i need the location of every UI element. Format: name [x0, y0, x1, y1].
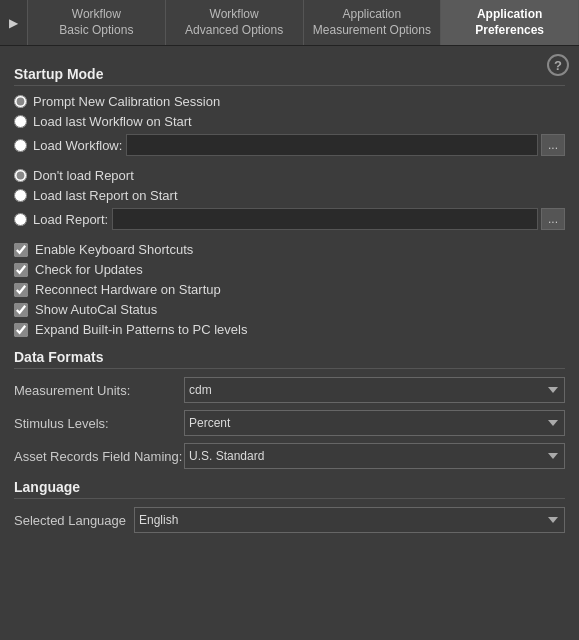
language-row: Selected Language English French German …	[14, 507, 565, 533]
chk-expand-patterns-label[interactable]: Expand Built-in Patterns to PC levels	[35, 322, 247, 337]
browse-workflow-button[interactable]: ...	[541, 134, 565, 156]
radio-load-report-row: Load Report: ...	[14, 208, 565, 230]
content-area: Startup Mode Prompt New Calibration Sess…	[0, 46, 579, 640]
arrow-icon: ▶	[9, 16, 18, 30]
tab-app-preferences[interactable]: Application Preferences	[441, 0, 579, 45]
stimulus-levels-label: Stimulus Levels:	[14, 416, 184, 431]
chk-keyboard-label[interactable]: Enable Keyboard Shortcuts	[35, 242, 193, 257]
tab-app-preferences-label: Application Preferences	[475, 7, 544, 38]
radio-load-last-workflow[interactable]	[14, 115, 27, 128]
radio-load-workflow-label[interactable]: Load Workflow:	[33, 138, 122, 153]
report-radio-group: Don't load Report Load last Report on St…	[14, 168, 565, 230]
startup-mode-radio-group: Prompt New Calibration Session Load last…	[14, 94, 565, 156]
radio-load-last-report-row: Load last Report on Start	[14, 188, 565, 203]
radio-prompt-label[interactable]: Prompt New Calibration Session	[33, 94, 220, 109]
chk-autocal-row: Show AutoCal Status	[14, 302, 565, 317]
language-heading: Language	[14, 479, 565, 499]
help-button[interactable]: ?	[547, 54, 569, 76]
load-report-input[interactable]	[112, 208, 538, 230]
radio-load-last-workflow-row: Load last Workflow on Start	[14, 114, 565, 129]
tab-workflow-basic-label: Workflow Basic Options	[59, 7, 133, 38]
help-icon: ?	[554, 58, 562, 73]
chk-expand-patterns-row: Expand Built-in Patterns to PC levels	[14, 322, 565, 337]
asset-records-label: Asset Records Field Naming:	[14, 449, 184, 464]
chk-keyboard[interactable]	[14, 243, 28, 257]
checkbox-group: Enable Keyboard Shortcuts Check for Upda…	[14, 242, 565, 337]
radio-prompt-row: Prompt New Calibration Session	[14, 94, 565, 109]
measurement-units-label: Measurement Units:	[14, 383, 184, 398]
measurement-units-row: Measurement Units: cdm fL nit	[14, 377, 565, 403]
radio-load-last-report[interactable]	[14, 189, 27, 202]
browse-report-button[interactable]: ...	[541, 208, 565, 230]
radio-load-last-report-label[interactable]: Load last Report on Start	[33, 188, 178, 203]
chk-reconnect-row: Reconnect Hardware on Startup	[14, 282, 565, 297]
tab-app-measurement[interactable]: Application Measurement Options	[304, 0, 442, 45]
stimulus-levels-select[interactable]: Percent 8-bit 10-bit	[184, 410, 565, 436]
load-workflow-input[interactable]	[126, 134, 538, 156]
chk-reconnect-label[interactable]: Reconnect Hardware on Startup	[35, 282, 221, 297]
chk-updates-label[interactable]: Check for Updates	[35, 262, 143, 277]
radio-load-report-label[interactable]: Load Report:	[33, 212, 108, 227]
tab-workflow-basic[interactable]: Workflow Basic Options	[28, 0, 166, 45]
language-select[interactable]: English French German Spanish Japanese C…	[134, 507, 565, 533]
chk-autocal[interactable]	[14, 303, 28, 317]
asset-records-select[interactable]: U.S. Standard Metric	[184, 443, 565, 469]
data-formats-heading: Data Formats	[14, 349, 565, 369]
chk-updates[interactable]	[14, 263, 28, 277]
tab-scroll-arrow[interactable]: ▶	[0, 0, 28, 45]
radio-dont-load-report-label[interactable]: Don't load Report	[33, 168, 134, 183]
radio-prompt[interactable]	[14, 95, 27, 108]
tab-workflow-advanced[interactable]: Workflow Advanced Options	[166, 0, 304, 45]
radio-load-workflow-row: Load Workflow: ...	[14, 134, 565, 156]
tab-bar: ▶ Workflow Basic Options Workflow Advanc…	[0, 0, 579, 46]
radio-load-workflow[interactable]	[14, 139, 27, 152]
radio-load-last-workflow-label[interactable]: Load last Workflow on Start	[33, 114, 192, 129]
tab-app-measurement-label: Application Measurement Options	[313, 7, 431, 38]
language-section: Language Selected Language English Frenc…	[14, 479, 565, 533]
language-label: Selected Language	[14, 513, 134, 528]
radio-dont-load-report[interactable]	[14, 169, 27, 182]
stimulus-levels-row: Stimulus Levels: Percent 8-bit 10-bit	[14, 410, 565, 436]
chk-expand-patterns[interactable]	[14, 323, 28, 337]
chk-updates-row: Check for Updates	[14, 262, 565, 277]
chk-autocal-label[interactable]: Show AutoCal Status	[35, 302, 157, 317]
asset-records-row: Asset Records Field Naming: U.S. Standar…	[14, 443, 565, 469]
startup-mode-heading: Startup Mode	[14, 66, 565, 86]
chk-reconnect[interactable]	[14, 283, 28, 297]
radio-load-report[interactable]	[14, 213, 27, 226]
radio-dont-load-report-row: Don't load Report	[14, 168, 565, 183]
measurement-units-select[interactable]: cdm fL nit	[184, 377, 565, 403]
chk-keyboard-row: Enable Keyboard Shortcuts	[14, 242, 565, 257]
tab-workflow-advanced-label: Workflow Advanced Options	[185, 7, 283, 38]
